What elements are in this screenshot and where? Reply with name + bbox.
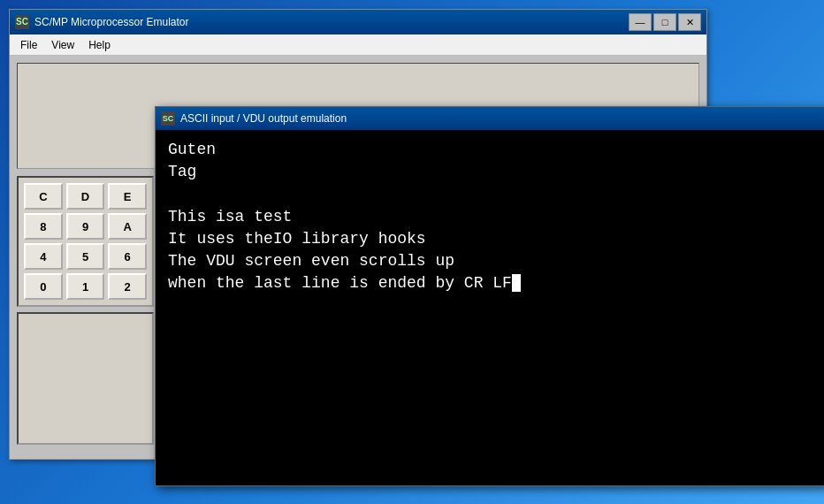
key-C[interactable]: C (24, 183, 63, 210)
key-9[interactable]: 9 (66, 213, 105, 240)
key-A[interactable]: A (108, 213, 147, 240)
vdu-window: SC ASCII input / VDU output emulation Gu… (155, 106, 824, 486)
main-title-text: SC/MP Microprocessor Emulator (34, 16, 629, 28)
menu-help[interactable]: Help (81, 34, 118, 55)
key-8[interactable]: 8 (24, 213, 63, 240)
vdu-titlebar: SC ASCII input / VDU output emulation (156, 107, 824, 130)
text-cursor (512, 274, 521, 292)
vdu-line-2: Tag (168, 161, 813, 183)
keypad-section: C D E 8 9 A 4 5 6 0 1 2 (17, 176, 154, 445)
key-1[interactable]: 1 (66, 273, 105, 300)
menu-file[interactable]: File (13, 34, 44, 55)
minimize-button[interactable]: — (629, 13, 652, 31)
desktop: SC SC/MP Microprocessor Emulator — □ ✕ F… (0, 0, 824, 504)
maximize-button[interactable]: □ (653, 13, 676, 31)
key-5[interactable]: 5 (66, 243, 105, 270)
key-2[interactable]: 2 (108, 273, 147, 300)
key-6[interactable]: 6 (108, 243, 147, 270)
main-window-controls: — □ ✕ (629, 13, 701, 31)
vdu-spacer (168, 183, 813, 205)
main-titlebar: SC SC/MP Microprocessor Emulator — □ ✕ (10, 10, 706, 34)
vdu-line-6: when the last line is ended by CR LF (168, 272, 813, 294)
vdu-title-icon: SC (161, 111, 175, 126)
text-output-area (17, 312, 154, 445)
key-D[interactable]: D (66, 183, 105, 210)
vdu-line-5: The VDU screen even scrolls up (168, 250, 813, 272)
vdu-line-3: This isa test (168, 206, 813, 228)
keypad-grid: C D E 8 9 A 4 5 6 0 1 2 (17, 176, 154, 307)
key-E[interactable]: E (108, 183, 147, 210)
vdu-content[interactable]: Guten Tag This isa test It uses theIO li… (156, 130, 824, 485)
menubar: File View Help (10, 34, 706, 56)
vdu-title-text: ASCII input / VDU output emulation (180, 112, 347, 125)
key-0[interactable]: 0 (24, 273, 63, 300)
key-4[interactable]: 4 (24, 243, 63, 270)
vdu-line-4: It uses theIO library hooks (168, 228, 813, 250)
close-button[interactable]: ✕ (678, 13, 701, 31)
menu-view[interactable]: View (44, 34, 81, 55)
vdu-line-1: Guten (168, 139, 813, 161)
main-title-icon: SC (15, 15, 29, 29)
